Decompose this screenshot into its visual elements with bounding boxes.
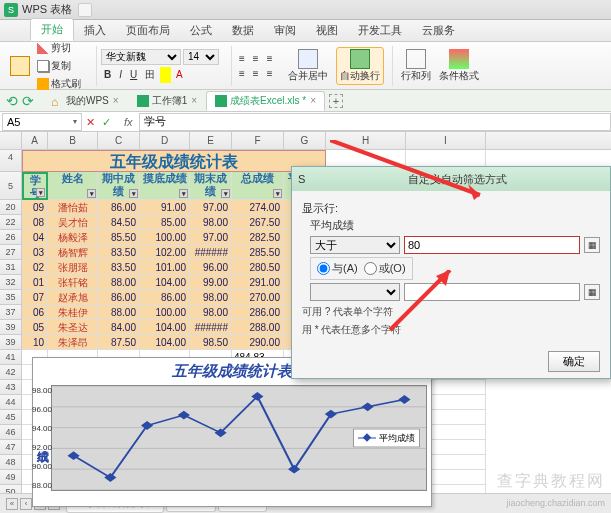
- cell[interactable]: 97.00: [190, 200, 232, 215]
- table-header-cell[interactable]: 姓名▾: [48, 172, 98, 200]
- cell[interactable]: 08: [22, 215, 48, 230]
- cell[interactable]: 290.00: [232, 335, 284, 350]
- close-icon[interactable]: ×: [113, 95, 119, 106]
- align-mid-button[interactable]: ≡: [250, 52, 262, 65]
- dialog-titlebar[interactable]: S 自定义自动筛选方式: [292, 167, 610, 191]
- cell[interactable]: 100.00: [140, 305, 190, 320]
- align-top-button[interactable]: ≡: [236, 52, 248, 65]
- filter-arrow-icon[interactable]: ▾: [179, 189, 188, 198]
- col-header-c[interactable]: C: [98, 132, 140, 149]
- filter-val1-input[interactable]: [404, 236, 580, 254]
- row-header[interactable]: 44: [0, 395, 22, 410]
- filter-op2-select[interactable]: [310, 283, 400, 301]
- row-header[interactable]: 32: [0, 275, 22, 290]
- row-header[interactable]: 5: [0, 172, 22, 200]
- border-button[interactable]: 田: [142, 67, 158, 83]
- cell[interactable]: 张朋瑶: [48, 260, 98, 275]
- cell[interactable]: 张轩铭: [48, 275, 98, 290]
- wrap-text-button[interactable]: 自动换行: [336, 47, 384, 85]
- cell[interactable]: ######: [190, 320, 232, 335]
- tab-insert[interactable]: 插入: [74, 20, 116, 41]
- filter-arrow-icon[interactable]: ▾: [273, 189, 282, 198]
- cell[interactable]: 杨智辉: [48, 245, 98, 260]
- fwd-icon[interactable]: ⟳: [22, 93, 34, 109]
- cell[interactable]: 288.00: [232, 320, 284, 335]
- cell[interactable]: 101.00: [140, 260, 190, 275]
- italic-button[interactable]: I: [116, 67, 125, 83]
- formula-input[interactable]: 学号: [139, 113, 611, 131]
- cell[interactable]: 285.50: [232, 245, 284, 260]
- cell[interactable]: 97.00: [190, 230, 232, 245]
- cell[interactable]: 98.00: [190, 305, 232, 320]
- radio-and[interactable]: 与(A): [317, 261, 358, 276]
- cancel-fx-icon[interactable]: ✕: [86, 116, 98, 128]
- row-header[interactable]: 26: [0, 230, 22, 245]
- col-header-f[interactable]: F: [232, 132, 284, 149]
- bold-button[interactable]: B: [101, 67, 114, 83]
- cell[interactable]: 274.00: [232, 200, 284, 215]
- table-header-cell[interactable]: 期末成绩▾: [190, 172, 232, 200]
- tab-formula[interactable]: 公式: [180, 20, 222, 41]
- row-header[interactable]: 37: [0, 305, 22, 320]
- cell[interactable]: 01: [22, 275, 48, 290]
- cell[interactable]: 03: [22, 245, 48, 260]
- cell[interactable]: 朱桂伊: [48, 305, 98, 320]
- range-picker-icon[interactable]: ▦: [584, 237, 600, 253]
- align-right-button[interactable]: ≡: [264, 67, 276, 80]
- doctab-mywps[interactable]: ⌂我的WPS×: [42, 91, 128, 111]
- row-header[interactable]: 31: [0, 260, 22, 275]
- cell[interactable]: 286.00: [232, 305, 284, 320]
- cell[interactable]: 83.50: [98, 260, 140, 275]
- filter-op1-select[interactable]: 大于: [310, 236, 400, 254]
- row-header[interactable]: 39: [0, 335, 22, 350]
- table-header-cell[interactable]: 期中成绩▾: [98, 172, 140, 200]
- table-header-cell[interactable]: 摸底成绩▾: [140, 172, 190, 200]
- copy-button[interactable]: 复制: [34, 58, 84, 74]
- cell[interactable]: 267.50: [232, 215, 284, 230]
- cell[interactable]: 吴才怡: [48, 215, 98, 230]
- new-doc-button[interactable]: +: [329, 94, 343, 108]
- row-header[interactable]: 22: [0, 215, 22, 230]
- font-color-button[interactable]: A: [173, 67, 186, 83]
- cell[interactable]: 05: [22, 320, 48, 335]
- cell[interactable]: 100.00: [140, 230, 190, 245]
- row-header[interactable]: 20: [0, 200, 22, 215]
- back-icon[interactable]: ⟲: [6, 93, 18, 109]
- cell[interactable]: 86.00: [98, 200, 140, 215]
- cut-button[interactable]: 剪切: [34, 40, 84, 56]
- cell[interactable]: 09: [22, 200, 48, 215]
- cell[interactable]: 99.00: [190, 275, 232, 290]
- paste-button[interactable]: 格式刷: [10, 56, 30, 76]
- cell[interactable]: 282.50: [232, 230, 284, 245]
- tab-data[interactable]: 数据: [222, 20, 264, 41]
- cell[interactable]: 280.50: [232, 260, 284, 275]
- chart-embedded[interactable]: 五年级成绩统计表 成绩 98.0096.0094.0092.0090.0088.…: [32, 357, 432, 507]
- filter-arrow-icon[interactable]: ▾: [129, 189, 138, 198]
- merge-center-button[interactable]: 合并居中: [288, 49, 328, 83]
- cell[interactable]: 84.00: [98, 320, 140, 335]
- range-picker2-icon[interactable]: ▦: [584, 284, 600, 300]
- fill-color-button[interactable]: [160, 67, 171, 83]
- tab-review[interactable]: 审阅: [264, 20, 306, 41]
- font-size-select[interactable]: 14: [183, 49, 219, 65]
- filter-val2-input[interactable]: [404, 283, 580, 301]
- tab-start[interactable]: 开始: [30, 18, 74, 41]
- cell[interactable]: 朱圣达: [48, 320, 98, 335]
- row-header[interactable]: 47: [0, 440, 22, 455]
- col-header-g[interactable]: G: [284, 132, 326, 149]
- cell[interactable]: 朱泽昂: [48, 335, 98, 350]
- filter-arrow-icon[interactable]: ▾: [221, 189, 230, 198]
- row-header[interactable]: 43: [0, 380, 22, 395]
- cell[interactable]: 104.00: [140, 335, 190, 350]
- col-header-d[interactable]: D: [140, 132, 190, 149]
- fx-icon[interactable]: fx: [124, 116, 133, 128]
- cell[interactable]: 潘怡茹: [48, 200, 98, 215]
- close-icon[interactable]: ×: [310, 95, 316, 106]
- row-header[interactable]: 27: [0, 245, 22, 260]
- cell[interactable]: 88.00: [98, 275, 140, 290]
- row-header[interactable]: 45: [0, 410, 22, 425]
- sheet-nav-first-icon[interactable]: «: [6, 498, 18, 510]
- cell[interactable]: 291.00: [232, 275, 284, 290]
- custom-autofilter-dialog[interactable]: S 自定义自动筛选方式 显示行: 平均成绩 大于 ▦ 与(A) 或(O) ▦ 可…: [291, 166, 611, 379]
- cell[interactable]: 83.50: [98, 245, 140, 260]
